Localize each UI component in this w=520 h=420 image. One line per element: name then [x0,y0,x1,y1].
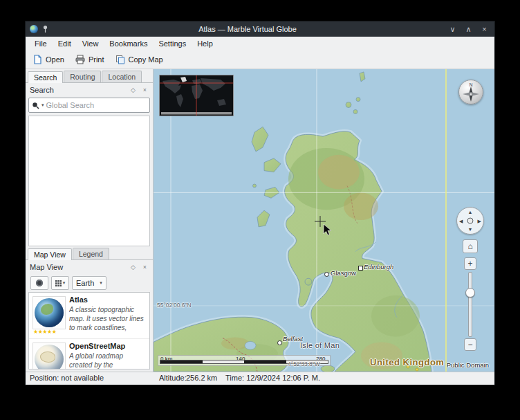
pan-down-icon[interactable]: ▼ [468,227,473,232]
tab-location[interactable]: Location [102,71,142,82]
search-panel-title: Search [30,86,54,94]
close-button[interactable]: × [479,21,490,37]
home-button[interactable]: ⌂ [463,239,478,253]
status-time: Time: 12/9/2024 12:06 P. M. [225,374,320,382]
global-search-input[interactable]: ▾ Global Search [28,98,150,113]
close-panel-icon[interactable]: × [141,264,149,271]
print-button[interactable]: Print [72,53,108,66]
theme-thumbnail [32,296,66,329]
app-window: Atlas — Marble Virtual Globe ∨ ∧ × File … [25,21,495,385]
planet-icon [36,280,43,286]
overview-map[interactable] [159,75,234,116]
edinburgh-marker[interactable] [358,266,363,271]
belfast-marker[interactable] [277,340,282,345]
menu-edit[interactable]: Edit [53,38,77,49]
print-label: Print [89,55,104,64]
minus-icon: − [467,340,472,349]
sidebar-bottom-tabs: Map View Legend [26,246,153,260]
tab-routing[interactable]: Routing [64,71,101,82]
mapview-panel-header: Map View ◇ × [26,260,153,274]
menu-settings[interactable]: Settings [153,38,192,49]
pan-control[interactable]: ▲ ▼ ◀ ▶ [456,207,484,235]
menu-bookmarks[interactable]: Bookmarks [104,38,153,49]
sidebar: Search Routing Location Search ◇ × ▾ Glo… [26,69,154,372]
window-title: Atlas — Marble Virtual Globe [53,25,443,33]
celestial-body-button[interactable] [30,276,48,290]
chevron-down-icon: ▾ [100,280,102,286]
float-panel-icon[interactable]: ◇ [129,86,137,93]
glasgow-label: Glasgow [331,269,356,277]
latitude-gridline-label: 55°02'00.6"N [157,302,192,309]
license-label[interactable]: Public Domain [447,361,489,369]
united-kingdom-label: United Kingdom [370,357,444,367]
map-theme-list: Atlas A classic topographic map. It uses… [28,292,150,369]
status-position: Position: not available [30,374,104,382]
open-document-icon [33,55,42,64]
compass-rose[interactable]: N [458,80,483,104]
search-panel-header: Search ◇ × [26,83,153,97]
grid-icon [55,280,62,286]
zoom-slider-track[interactable] [468,272,472,337]
pin-icon[interactable] [42,25,48,33]
global-search-icon [32,102,39,109]
copy-map-button[interactable]: Copy Map [112,53,167,66]
marble-app-icon [30,25,38,33]
longitude-gridline-label: 4°52'33.8"W [288,360,320,367]
theme-name: OpenStreetMap [69,342,147,350]
menu-file[interactable]: File [29,38,53,49]
float-panel-icon[interactable]: ◇ [129,264,137,271]
pan-up-icon[interactable]: ▲ [468,210,473,214]
search-type-dropdown-icon[interactable]: ▾ [41,102,44,108]
zoom-out-button[interactable]: − [464,338,476,351]
search-results-area[interactable] [28,116,150,246]
pan-center-dot[interactable] [467,218,474,224]
tab-search[interactable]: Search [28,71,63,83]
status-bar: Position: not available Altitude: 256.2 … [26,372,494,385]
copy-icon [115,55,125,64]
printer-icon [75,55,85,64]
home-icon: ⌂ [467,242,472,250]
chevron-down-icon: ▾ [63,280,66,286]
pan-right-icon[interactable]: ▶ [478,219,481,223]
copy-map-label: Copy Map [129,55,163,64]
status-altitude-value: 256.2 km [186,374,217,382]
open-label: Open [46,55,64,64]
tab-map-view[interactable]: Map View [28,248,72,260]
menu-view[interactable]: View [77,38,104,49]
celestial-body-select[interactable]: Earth ▾ [72,276,106,290]
pan-left-icon[interactable]: ◀ [459,219,463,223]
main-toolbar: Open Print Copy Map [26,50,494,69]
theme-thumbnail [32,343,66,369]
status-altitude-label: Altitude: [159,374,187,382]
zoom-slider-handle[interactable] [465,288,475,298]
glasgow-marker[interactable] [324,272,329,277]
menubar: File Edit View Bookmarks Settings Help [26,37,494,50]
theme-item-openstreetmap[interactable]: OpenStreetMap A global roadmap created b… [29,339,149,369]
tab-legend[interactable]: Legend [73,248,109,259]
zoom-in-button[interactable]: + [464,257,476,270]
theme-name: Atlas [69,295,147,304]
titlebar[interactable]: Atlas — Marble Virtual Globe ∨ ∧ × [26,21,494,37]
minimize-button[interactable]: ∨ [447,21,458,37]
compass-n-label: N [470,82,473,87]
projection-button[interactable]: ▾ [51,276,69,290]
open-button[interactable]: Open [30,53,68,66]
theme-description: A global roadmap created by the OpenStre… [69,351,147,369]
theme-item-atlas[interactable]: Atlas A classic topographic map. It uses… [29,293,149,339]
edinburgh-label: Edinburgh [364,263,393,271]
close-panel-icon[interactable]: × [141,86,149,93]
rating-stars[interactable]: ★★★★★ [33,329,56,335]
plus-icon: + [467,259,472,268]
maximize-button[interactable]: ∧ [463,21,474,37]
celestial-body-value: Earth [76,279,94,287]
mapview-panel-title: Map View [30,263,63,271]
world-map-icon [160,75,233,116]
theme-description: A classic topographic map. It uses vecto… [69,305,147,333]
map-canvas[interactable]: N ▲ ▼ ◀ ▶ ⌂ + − 0 km 140 [154,69,494,372]
sidebar-top-tabs: Search Routing Location [26,69,153,83]
isle-of-man-label: Isle of Man [300,341,340,349]
main-content: Search Routing Location Search ◇ × ▾ Glo… [26,69,494,372]
menu-help[interactable]: Help [192,38,219,49]
mapview-toolbar: ▾ Earth ▾ [26,274,153,292]
search-placeholder: Global Search [46,101,95,109]
